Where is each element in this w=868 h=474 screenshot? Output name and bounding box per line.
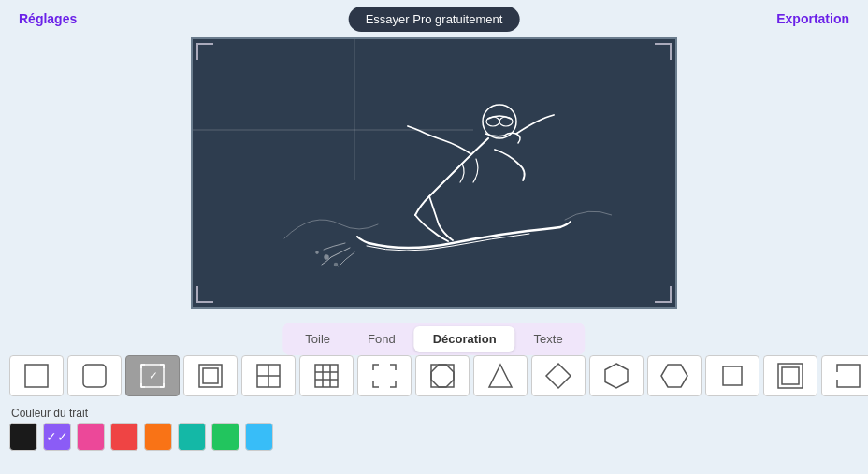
- svg-rect-10: [25, 365, 48, 387]
- deco-octagon-inner[interactable]: [415, 355, 470, 396]
- tab-texte[interactable]: Texte: [515, 326, 582, 352]
- svg-point-5: [486, 117, 499, 126]
- swatch-red[interactable]: [110, 423, 138, 451]
- svg-marker-35: [546, 364, 571, 388]
- svg-rect-23: [203, 368, 218, 383]
- svg-marker-33: [431, 365, 454, 387]
- header: Réglages Essayer Pro gratuitement Export…: [0, 0, 868, 37]
- try-pro-button[interactable]: Essayer Pro gratuitement: [349, 7, 520, 32]
- deco-bracket-corners[interactable]: [357, 355, 412, 396]
- tab-decoration[interactable]: Décoration: [414, 326, 515, 352]
- deco-corner-square[interactable]: ✓: [125, 355, 180, 396]
- svg-rect-27: [315, 365, 338, 387]
- svg-rect-40: [782, 367, 799, 384]
- svg-point-7: [325, 255, 328, 259]
- swatch-orange[interactable]: [144, 423, 172, 451]
- swatch-blue[interactable]: [245, 423, 273, 451]
- decoration-row: ✓: [0, 355, 868, 396]
- deco-diamond[interactable]: [531, 355, 586, 396]
- svg-marker-37: [661, 365, 687, 387]
- swatch-green[interactable]: [211, 423, 239, 451]
- tab-fond[interactable]: Fond: [349, 326, 414, 352]
- deco-simple-square-2[interactable]: [705, 355, 760, 396]
- illustration: [193, 39, 675, 307]
- deco-simple-square-3[interactable]: [763, 355, 817, 396]
- deco-partial-square[interactable]: [821, 355, 868, 396]
- tabs-container: Toile Fond Décoration Texte: [282, 323, 585, 355]
- export-link[interactable]: Exportation: [776, 11, 849, 26]
- deco-hexagon-pointy[interactable]: [589, 355, 644, 396]
- canvas-area: [191, 37, 677, 309]
- svg-rect-11: [83, 365, 106, 387]
- swatch-purple[interactable]: ✓: [43, 423, 71, 451]
- svg-text:✓: ✓: [149, 369, 158, 382]
- deco-nine-grid[interactable]: [299, 355, 354, 396]
- deco-simple-square[interactable]: [9, 355, 64, 396]
- swatch-black[interactable]: [9, 423, 37, 451]
- svg-point-9: [316, 251, 318, 253]
- svg-marker-34: [489, 365, 512, 387]
- header-center: Essayer Pro gratuitement: [349, 7, 520, 32]
- svg-point-8: [335, 264, 338, 266]
- svg-point-6: [499, 117, 513, 126]
- deco-double-square[interactable]: [183, 355, 238, 396]
- deco-quad-square[interactable]: [241, 355, 296, 396]
- deco-rounded-square[interactable]: [67, 355, 122, 396]
- swatch-teal[interactable]: [178, 423, 206, 451]
- color-swatches: ✓: [9, 423, 273, 451]
- color-label: Couleur du trait: [11, 407, 88, 420]
- tab-toile[interactable]: Toile: [286, 326, 349, 352]
- svg-rect-38: [723, 366, 742, 385]
- canvas-frame: [191, 37, 677, 309]
- svg-marker-36: [605, 364, 628, 388]
- deco-triangle[interactable]: [473, 355, 528, 396]
- swatch-pink[interactable]: [77, 423, 105, 451]
- deco-hexagon-flat[interactable]: [647, 355, 702, 396]
- settings-link[interactable]: Réglages: [19, 11, 77, 26]
